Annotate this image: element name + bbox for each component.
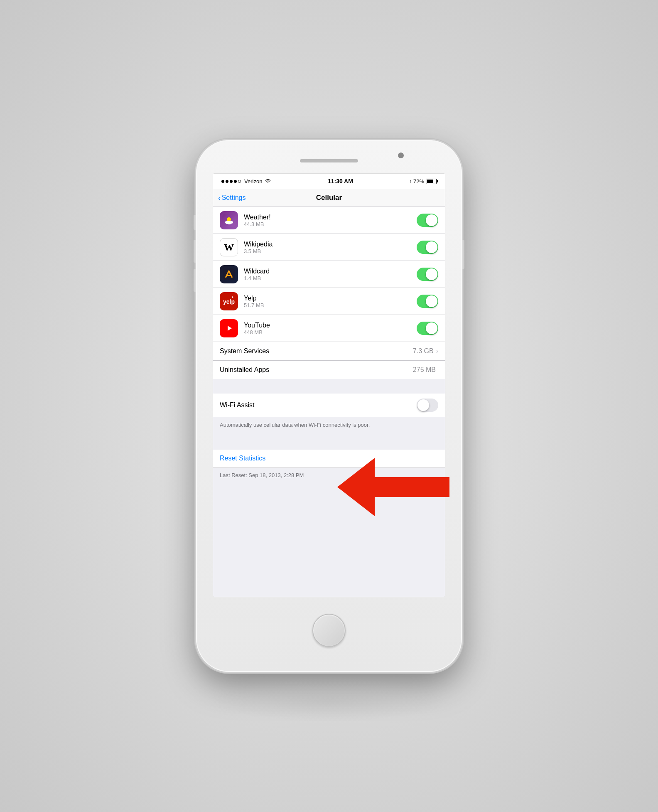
- signal-dot-3: [230, 180, 233, 183]
- back-button-label: Settings: [222, 194, 246, 202]
- toggle-knob-weather: [426, 214, 437, 226]
- wifi-assist-row: Wi-Fi Assist: [213, 394, 445, 417]
- screen: Verizon 11:30 AM ↑ 72%: [213, 173, 445, 597]
- volume-up-button[interactable]: [194, 240, 196, 263]
- uninstalled-apps-value: 275 MB: [413, 366, 436, 374]
- signal-indicator: [221, 180, 241, 183]
- toggle-yelp[interactable]: [417, 295, 438, 308]
- app-name-yelp: Yelp: [244, 295, 417, 302]
- location-icon: ↑: [409, 179, 412, 184]
- system-services-value: 7.3 GB: [413, 347, 434, 355]
- wildcard-icon: [220, 265, 238, 283]
- signal-dot-1: [221, 180, 224, 183]
- app-size-yelp: 51.7 MB: [244, 302, 417, 308]
- arrow-body: [375, 477, 449, 497]
- wifi-icon: [265, 178, 271, 185]
- wifi-assist-label: Wi-Fi Assist: [220, 401, 417, 409]
- status-time: 11:30 AM: [328, 178, 353, 185]
- youtube-icon: [220, 319, 238, 337]
- toggle-youtube[interactable]: [417, 322, 438, 335]
- annotation-arrow: [337, 458, 449, 516]
- signal-dot-2: [226, 180, 228, 183]
- reset-statistics-label: Reset Statistics: [220, 455, 265, 462]
- app-name-wildcard: Wildcard: [244, 268, 417, 275]
- toggle-knob-yelp: [426, 295, 437, 307]
- toggle-knob-wikipedia: [426, 241, 437, 253]
- toggle-wifi-assist[interactable]: [417, 399, 438, 412]
- svg-point-4: [230, 221, 233, 224]
- weather-icon: [220, 211, 238, 229]
- app-size-weather: 44.3 MB: [244, 221, 417, 227]
- wifi-assist-description: Automatically use cellular data when Wi-…: [213, 417, 445, 435]
- system-services-chevron: ›: [436, 347, 438, 355]
- section-gap-1: [213, 379, 445, 394]
- app-name-wikipedia: Wikipedia: [244, 241, 417, 248]
- battery-percent-label: 72%: [413, 178, 424, 185]
- uninstalled-apps-group: Uninstalled Apps 275 MB: [213, 360, 445, 379]
- system-services-label: System Services: [220, 347, 413, 355]
- system-services-row[interactable]: System Services 7.3 GB ›: [213, 342, 445, 360]
- section-gap-2: [213, 435, 445, 450]
- battery-indicator: [426, 179, 437, 184]
- iphone-shell: Verizon 11:30 AM ↑ 72%: [196, 140, 462, 672]
- app-row-yelp: yelp * Yelp 51.7 MB: [213, 288, 445, 315]
- app-row-wildcard: Wildcard 1.4 MB: [213, 261, 445, 288]
- status-right: ↑ 72%: [409, 178, 437, 185]
- app-name-youtube: YouTube: [244, 322, 417, 329]
- bottom-area: [312, 597, 346, 672]
- svg-rect-5: [223, 268, 235, 280]
- speaker-grille: [300, 159, 358, 162]
- battery-fill: [427, 180, 433, 183]
- app-info-weather: Weather! 44.3 MB: [244, 214, 417, 227]
- status-bar: Verizon 11:30 AM ↑ 72%: [213, 174, 445, 189]
- carrier-label: Verizon: [244, 178, 262, 185]
- toggle-knob-wifi-assist: [417, 399, 429, 411]
- scene: Verizon 11:30 AM ↑ 72%: [196, 140, 462, 672]
- app-info-wikipedia: Wikipedia 3.5 MB: [244, 241, 417, 254]
- wifi-assist-group: Wi-Fi Assist: [213, 394, 445, 417]
- app-info-wildcard: Wildcard 1.4 MB: [244, 268, 417, 281]
- app-row-wikipedia: W Wikipedia 3.5 MB: [213, 234, 445, 261]
- app-info-yelp: Yelp 51.7 MB: [244, 295, 417, 308]
- system-services-group: System Services 7.3 GB ›: [213, 342, 445, 360]
- signal-dot-5: [238, 180, 241, 183]
- page-title: Cellular: [316, 194, 342, 202]
- power-button[interactable]: [462, 240, 464, 269]
- uninstalled-apps-label: Uninstalled Apps: [220, 366, 413, 374]
- app-name-weather: Weather!: [244, 214, 417, 221]
- app-row-youtube: YouTube 448 MB: [213, 315, 445, 342]
- status-left: Verizon: [221, 178, 271, 185]
- svg-text:*: *: [232, 295, 234, 300]
- uninstalled-apps-row: Uninstalled Apps 275 MB: [213, 361, 445, 379]
- app-list: Weather! 44.3 MB W Wikipedia 3.5 MB: [213, 207, 445, 342]
- silent-button[interactable]: [194, 215, 196, 230]
- wikipedia-icon: W: [220, 238, 238, 256]
- toggle-wildcard[interactable]: [417, 268, 438, 281]
- content-area: Weather! 44.3 MB W Wikipedia 3.5 MB: [213, 207, 445, 597]
- toggle-wikipedia[interactable]: [417, 241, 438, 254]
- app-info-youtube: YouTube 448 MB: [244, 322, 417, 335]
- toggle-weather[interactable]: [417, 214, 438, 227]
- app-size-wikipedia: 3.5 MB: [244, 248, 417, 254]
- back-chevron-icon: ‹: [218, 194, 221, 202]
- yelp-icon: yelp *: [220, 292, 238, 310]
- signal-dot-4: [234, 180, 237, 183]
- app-size-wildcard: 1.4 MB: [244, 275, 417, 281]
- battery-icon: [426, 179, 437, 184]
- app-row-weather: Weather! 44.3 MB: [213, 207, 445, 234]
- volume-down-button[interactable]: [194, 269, 196, 292]
- front-camera: [398, 153, 404, 158]
- nav-bar: ‹ Settings Cellular: [213, 189, 445, 207]
- app-size-youtube: 448 MB: [244, 329, 417, 335]
- toggle-knob-wildcard: [426, 268, 437, 280]
- top-bar: [196, 140, 462, 173]
- toggle-knob-youtube: [426, 322, 437, 334]
- home-button[interactable]: [312, 614, 346, 647]
- back-button[interactable]: ‹ Settings: [218, 194, 246, 202]
- arrow-head: [337, 458, 375, 516]
